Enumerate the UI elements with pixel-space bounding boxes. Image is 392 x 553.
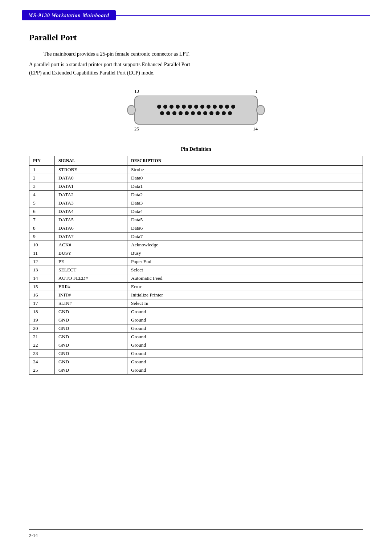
pin [191, 111, 195, 115]
cell-signal: DATA5 [55, 215, 127, 224]
cell-description: Data0 [127, 174, 363, 182]
pin [222, 111, 226, 115]
cell-signal: GND [55, 324, 127, 332]
connector-label-top-right: 1 [256, 88, 258, 94]
table-row: 2DATA0Data0 [29, 174, 363, 182]
pin [207, 105, 211, 109]
cell-description: Data5 [127, 215, 363, 224]
table-title: Pin Definition [29, 146, 363, 152]
pin [182, 105, 186, 109]
cell-signal: GND [55, 307, 127, 316]
table-row: 15ERR#Error [29, 282, 363, 291]
cell-description: Ground [127, 324, 363, 332]
table-row: 12PEPaper End [29, 257, 363, 266]
table-header-row: Pin Signal Description [29, 156, 363, 165]
cell-signal: GND [55, 349, 127, 358]
cell-signal: BUSY [55, 249, 127, 257]
header-title-background: MS-9130 Workstation Mainboard [22, 10, 116, 20]
pin [228, 111, 232, 115]
cell-description: Select [127, 266, 363, 274]
table-row: 20GNDGround [29, 324, 363, 332]
table-row: 4DATA2Data2 [29, 190, 363, 199]
cell-description: Busy [127, 249, 363, 257]
cell-description: Data1 [127, 182, 363, 190]
pin [197, 111, 201, 115]
cell-signal: DATA2 [55, 190, 127, 199]
cell-pin: 5 [29, 199, 55, 207]
table-row: 11BUSYBusy [29, 249, 363, 257]
cell-signal: DATA7 [55, 232, 127, 241]
cell-description: Data7 [127, 232, 363, 241]
cell-description: Ground [127, 332, 363, 341]
cell-pin: 14 [29, 274, 55, 282]
cell-description: Ground [127, 349, 363, 358]
cell-description: Data3 [127, 199, 363, 207]
cell-pin: 10 [29, 241, 55, 249]
pin [179, 111, 183, 115]
cell-description: Ground [127, 366, 363, 374]
cell-description: Initialize Printer [127, 291, 363, 299]
cell-pin: 22 [29, 341, 55, 349]
cell-pin: 24 [29, 358, 55, 366]
cell-signal: DATA3 [55, 199, 127, 207]
pin-definition-table: Pin Signal Description 1STROBEStrobe2DAT… [29, 156, 363, 375]
table-row: 14AUTO FEED#Automatic Feed [29, 274, 363, 282]
connector-label-bottom-right: 14 [253, 126, 258, 132]
pin [160, 111, 164, 115]
cell-description: Acknowledge [127, 241, 363, 249]
footer-page-number: 2-14 [29, 533, 38, 538]
pin-row-top [157, 105, 235, 109]
cell-pin: 11 [29, 249, 55, 257]
header-banner: MS-9130 Workstation Mainboard [22, 10, 370, 20]
cell-description: Data4 [127, 207, 363, 215]
pins-area [157, 105, 235, 115]
cell-description: Ground [127, 307, 363, 316]
cell-pin: 18 [29, 307, 55, 316]
table-row: 23GNDGround [29, 349, 363, 358]
cell-description: Error [127, 282, 363, 291]
pin [225, 105, 229, 109]
cell-description: Data2 [127, 190, 363, 199]
pin [216, 111, 220, 115]
cell-description: Paper End [127, 257, 363, 266]
section-title: Parallel Port [29, 33, 363, 43]
cell-signal: GND [55, 366, 127, 374]
pin [185, 111, 189, 115]
connector-label-top-left: 13 [134, 88, 139, 94]
pin [203, 111, 207, 115]
table-row: 3DATA1Data1 [29, 182, 363, 190]
table-row: 25GNDGround [29, 366, 363, 374]
pin [200, 105, 204, 109]
cell-pin: 17 [29, 299, 55, 307]
pin [157, 105, 161, 109]
header-title: MS-9130 Workstation Mainboard [28, 13, 109, 18]
pin [219, 105, 223, 109]
pin [170, 105, 173, 109]
cell-signal: PE [55, 257, 127, 266]
col-header-pin: Pin [29, 156, 55, 165]
body-paragraph-2: A parallel port is a standard printer po… [29, 60, 363, 77]
cell-signal: DATA4 [55, 207, 127, 215]
body-paragraph-1: The mainboard provides a 25-pin female c… [29, 50, 363, 58]
cell-pin: 7 [29, 215, 55, 224]
cell-pin: 3 [29, 182, 55, 190]
table-row: 18GNDGround [29, 307, 363, 316]
header-line [116, 15, 370, 16]
cell-signal: GND [55, 332, 127, 341]
table-row: 22GNDGround [29, 341, 363, 349]
table-row: 6DATA4Data4 [29, 207, 363, 215]
cell-signal: DATA0 [55, 174, 127, 182]
connector-diagram: 13 1 [29, 88, 363, 132]
cell-description: Data6 [127, 224, 363, 232]
cell-signal: INIT# [55, 291, 127, 299]
cell-pin: 13 [29, 266, 55, 274]
cell-description: Ground [127, 358, 363, 366]
cell-signal: GND [55, 316, 127, 324]
table-row: 10ACK#Acknowledge [29, 241, 363, 249]
cell-pin: 21 [29, 332, 55, 341]
cell-pin: 12 [29, 257, 55, 266]
cell-pin: 6 [29, 207, 55, 215]
pin [209, 111, 213, 115]
cell-signal: ERR# [55, 282, 127, 291]
connector-body [134, 96, 258, 125]
